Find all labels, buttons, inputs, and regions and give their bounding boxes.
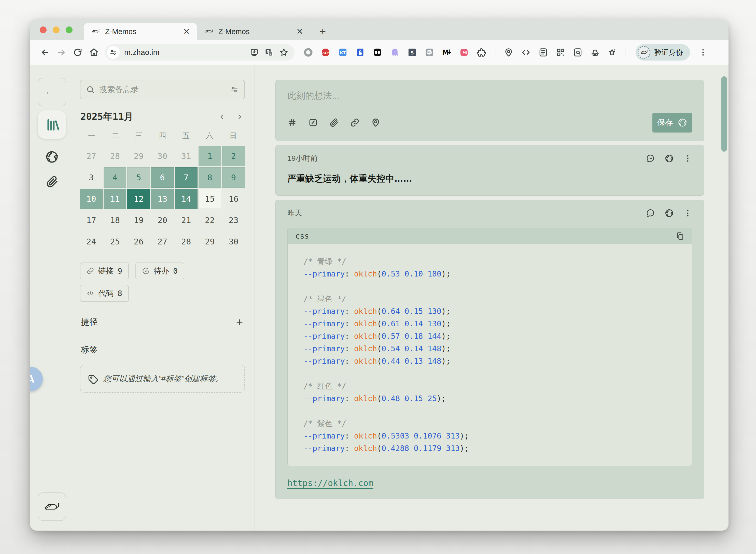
calendar-day[interactable]: 30	[222, 231, 245, 252]
stat-todo[interactable]: 待办 0	[136, 263, 184, 279]
search-input[interactable]: 搜索备忘录	[80, 80, 245, 99]
calendar-day[interactable]: 27	[151, 231, 173, 252]
code-brackets-icon[interactable]	[521, 48, 531, 57]
calendar-day[interactable]: 13	[151, 189, 173, 209]
calendar-day[interactable]: 28	[104, 146, 126, 166]
tab-close-icon[interactable]: ✕	[183, 27, 190, 36]
home-button[interactable]	[87, 45, 101, 60]
search-page-icon[interactable]	[573, 48, 583, 57]
nav-explore-globe-icon[interactable]	[45, 150, 59, 164]
calendar-next-icon[interactable]	[236, 113, 243, 121]
copy-code-icon[interactable]	[675, 232, 684, 240]
location-pin-icon[interactable]	[504, 48, 513, 57]
scrollbar-thumb[interactable]	[721, 76, 727, 152]
memo-menu-icon[interactable]	[684, 209, 692, 218]
tab-inactive[interactable]: Z-Memos ✕	[197, 23, 310, 40]
extension-eyes-icon[interactable]	[372, 47, 383, 57]
extension-ghost-icon[interactable]	[390, 47, 400, 57]
calendar-day[interactable]: 24	[80, 231, 103, 252]
attach-paperclip-icon[interactable]	[329, 118, 339, 127]
extension-video-playlist-icon[interactable]	[459, 47, 469, 57]
calendar-day[interactable]: 15	[199, 189, 221, 209]
location-icon[interactable]	[371, 118, 381, 127]
bookmark-star-icon[interactable]	[279, 48, 288, 57]
minimize-window-button[interactable]	[53, 26, 60, 33]
edit-square-icon[interactable]	[308, 118, 318, 127]
app-logo-mouse-icon[interactable]	[38, 78, 66, 106]
calendar-day[interactable]: 3	[80, 167, 103, 188]
calendar-day[interactable]: 2	[222, 146, 245, 166]
calendar-day[interactable]: 19	[127, 210, 150, 230]
rail-bottom-mouse-icon[interactable]	[38, 492, 66, 521]
calendar-day[interactable]: 11	[104, 189, 126, 209]
install-app-icon[interactable]	[250, 48, 259, 57]
calendar-day[interactable]: 22	[199, 210, 221, 230]
reload-button[interactable]	[70, 45, 85, 60]
nav-attachments-paperclip-icon[interactable]	[45, 175, 58, 188]
hash-tag-icon[interactable]	[287, 118, 297, 127]
calendar-day[interactable]: 4	[104, 167, 126, 188]
extension-donut-icon[interactable]	[303, 47, 313, 57]
tab-active[interactable]: Z-Memos ✕	[84, 23, 197, 40]
editor-placeholder[interactable]: 此刻的想法...	[287, 90, 692, 102]
extension-markdown-download-icon[interactable]: M	[442, 47, 452, 57]
reading-list-icon[interactable]	[538, 48, 548, 57]
calendar-day[interactable]: 8	[199, 167, 221, 188]
calendar-day[interactable]: 23	[222, 210, 245, 230]
calendar-day[interactable]: 5	[127, 167, 150, 188]
add-shortcut-icon[interactable]	[235, 318, 244, 327]
extension-kt-icon[interactable]: KT	[338, 47, 348, 57]
calendar-prev-icon[interactable]	[218, 113, 226, 121]
calendar-day[interactable]: 12	[127, 189, 150, 209]
calendar-day[interactable]: 31	[175, 146, 198, 166]
insert-link-icon[interactable]	[350, 118, 360, 127]
profile-chip[interactable]: 验证身份	[636, 44, 690, 61]
url-text[interactable]: m.zhao.im	[124, 48, 245, 57]
incognito-icon[interactable]	[590, 48, 600, 57]
site-settings-icon[interactable]	[107, 46, 120, 59]
calendar-day[interactable]: 17	[80, 210, 103, 230]
back-button[interactable]	[38, 45, 52, 60]
search-filter-icon[interactable]	[230, 85, 239, 94]
extension-s-icon[interactable]: S	[407, 47, 417, 57]
extensions-puzzle-icon[interactable]	[476, 47, 487, 57]
save-button[interactable]: 保存	[652, 113, 692, 132]
forward-button[interactable]	[54, 45, 69, 60]
memo-editor[interactable]: 此刻的想法...	[275, 80, 704, 141]
calendar-day[interactable]: 18	[104, 210, 126, 230]
calendar-day[interactable]: 26	[127, 231, 150, 252]
calendar-day[interactable]: 27	[80, 146, 103, 166]
translate-page-icon[interactable]: G文	[264, 48, 273, 57]
stat-code[interactable]: 代码 8	[80, 285, 129, 302]
calendar-day[interactable]: 6	[151, 167, 173, 188]
extension-privacy-lock-icon[interactable]	[355, 47, 365, 57]
calendar-day[interactable]: 30	[151, 146, 173, 166]
bookmark-sparkle-icon[interactable]	[608, 48, 617, 57]
close-window-button[interactable]	[40, 26, 47, 33]
maximize-window-button[interactable]	[66, 26, 72, 33]
calendar-day[interactable]: 28	[175, 231, 198, 252]
qr-code-icon[interactable]	[556, 48, 565, 57]
stat-links[interactable]: 链接 9	[80, 263, 129, 279]
calendar-day[interactable]: 1	[199, 146, 221, 166]
address-bar[interactable]: m.zhao.im G文	[105, 44, 295, 61]
calendar-day[interactable]: 29	[199, 231, 221, 252]
browser-menu-icon[interactable]	[696, 45, 710, 60]
calendar-day[interactable]: 21	[175, 210, 198, 230]
visibility-globe-icon[interactable]	[665, 154, 674, 163]
calendar-day[interactable]: 29	[127, 146, 150, 166]
visibility-globe-icon[interactable]	[665, 209, 674, 218]
nav-memos-library-button[interactable]	[38, 110, 66, 139]
memo-menu-icon[interactable]	[684, 154, 692, 163]
new-tab-button[interactable]: +	[316, 25, 330, 39]
extension-adblock-icon[interactable]: ABP	[320, 47, 331, 57]
memo-link[interactable]: https://oklch.com	[287, 478, 373, 488]
tab-close-icon[interactable]: ✕	[296, 27, 303, 36]
calendar-day[interactable]: 9	[222, 167, 245, 188]
calendar-day[interactable]: 25	[104, 231, 126, 252]
extension-line-icon[interactable]: LINE	[424, 47, 435, 57]
calendar-day[interactable]: 16	[222, 189, 245, 209]
calendar-day[interactable]: 7	[175, 167, 198, 188]
comment-icon[interactable]	[646, 209, 655, 218]
comment-icon[interactable]	[646, 154, 655, 163]
